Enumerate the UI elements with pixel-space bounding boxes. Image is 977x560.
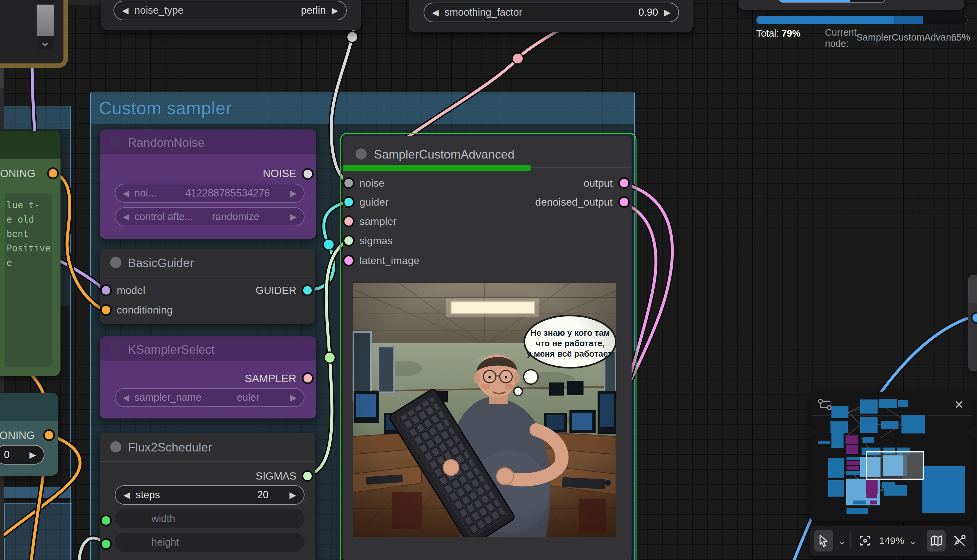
clip-text-node[interactable]: ONING lue t- e old bent Positive e bbox=[0, 131, 60, 376]
smoothing-factor-widget[interactable]: ◀ smoothing_factor 0.90 ▶ bbox=[424, 3, 679, 22]
minimap-node-rect bbox=[902, 415, 925, 433]
output-label: output bbox=[583, 177, 613, 189]
minimap-viewport[interactable] bbox=[866, 451, 924, 480]
select-tool-button[interactable] bbox=[814, 530, 833, 552]
prev-arrow-icon[interactable]: ◀ bbox=[123, 393, 129, 402]
minimap-node-rect bbox=[830, 421, 848, 433]
node-title: Flux2Scheduler bbox=[128, 441, 212, 454]
noise-type-widget[interactable]: ◀ noise_type perlin ▶ bbox=[114, 1, 347, 20]
chevron-down-icon[interactable]: ⌄ bbox=[37, 33, 53, 49]
height-input-port[interactable] bbox=[100, 538, 112, 550]
tool-dropdown-chevron-icon[interactable]: ⌄ bbox=[838, 535, 846, 547]
next-arrow-icon[interactable]: ▶ bbox=[289, 491, 296, 499]
scrollbar-thumb[interactable] bbox=[37, 5, 53, 36]
next-arrow-icon[interactable]: ▶ bbox=[290, 212, 297, 221]
minimap-node-rect bbox=[847, 461, 860, 465]
conditioning-output-port[interactable] bbox=[47, 167, 59, 179]
blue-slider-fill bbox=[779, 0, 850, 2]
conditioning-input-port[interactable] bbox=[100, 304, 112, 316]
basic-guider-node[interactable]: BasicGuider model conditioning GUIDER bbox=[100, 249, 315, 323]
random-noise-node[interactable]: RandomNoise NOISE ◀ noi... 4122887855342… bbox=[100, 130, 316, 238]
node-collapse-dot[interactable] bbox=[110, 137, 121, 148]
focus-icon bbox=[859, 535, 871, 547]
model-input-port[interactable] bbox=[100, 284, 112, 296]
minimap-node-rect bbox=[922, 466, 965, 513]
next-arrow-icon[interactable]: ▶ bbox=[332, 6, 338, 15]
minimap-panel[interactable]: ✕ bbox=[810, 392, 974, 522]
clipped-right-node[interactable] bbox=[968, 275, 977, 371]
node-title: BasicGuider bbox=[128, 256, 194, 270]
node-collapse-dot[interactable] bbox=[110, 257, 121, 268]
sampler-name-widget[interactable]: ◀ sampler_name euler ▶ bbox=[115, 388, 304, 407]
minimap-node-rect bbox=[860, 400, 878, 413]
conditioning-output-port[interactable] bbox=[43, 429, 55, 441]
ksampler-select-node[interactable]: KSamplerSelect SAMPLER ◀ sampler_name eu… bbox=[100, 337, 316, 418]
flux2-scheduler-node[interactable]: Flux2Scheduler SIGMAS ◀ steps 20 ▶ width… bbox=[100, 433, 315, 560]
minimap-node-rect bbox=[832, 433, 843, 448]
next-arrow-icon[interactable]: ▶ bbox=[290, 393, 297, 402]
steps-widget[interactable]: ◀ steps 20 ▶ bbox=[115, 485, 304, 505]
reroute-dot[interactable] bbox=[347, 32, 357, 42]
output-label: SIGMAS bbox=[256, 470, 296, 482]
control-after-widget[interactable]: ◀ control afte... randomize ▶ bbox=[115, 207, 304, 226]
minimap-node-rect bbox=[870, 500, 877, 505]
fit-view-button[interactable] bbox=[856, 530, 875, 552]
width-input-slot[interactable]: width bbox=[115, 509, 304, 528]
minimap-node-rect bbox=[860, 417, 878, 433]
height-input-slot[interactable]: height bbox=[115, 533, 304, 552]
sigmas-input-port[interactable] bbox=[343, 235, 354, 247]
prev-arrow-icon[interactable]: ◀ bbox=[123, 212, 129, 221]
progress-current-fill bbox=[757, 16, 893, 24]
clipped-topright-node[interactable] bbox=[738, 0, 964, 10]
node-collapse-dot[interactable] bbox=[356, 148, 367, 160]
blue-slider-widget[interactable] bbox=[778, 0, 886, 3]
sampler-custom-advanced-node[interactable]: SamplerCustomAdvanced noise guider sampl… bbox=[343, 136, 631, 560]
next-arrow-icon[interactable]: ▶ bbox=[30, 450, 36, 459]
guider-input-port[interactable] bbox=[343, 196, 354, 208]
prompt-textarea[interactable]: lue t- e old bent Positive e bbox=[5, 193, 52, 367]
minimap-node-rect bbox=[882, 482, 895, 488]
width-input-port[interactable] bbox=[100, 515, 112, 526]
denoised-output-port[interactable] bbox=[618, 196, 630, 208]
minimap-node-rect bbox=[846, 471, 860, 475]
minimap-toggle-button[interactable] bbox=[927, 530, 945, 552]
prev-arrow-icon[interactable]: ◀ bbox=[122, 6, 129, 15]
latent-image-input-port[interactable] bbox=[343, 255, 354, 267]
status-current-node: SamplerCustomAdvan... bbox=[856, 32, 948, 43]
reroute-dot[interactable] bbox=[325, 353, 335, 363]
blue-input-port[interactable] bbox=[971, 312, 977, 323]
sampler-input-port[interactable] bbox=[343, 215, 354, 227]
noise-input-port[interactable] bbox=[343, 177, 354, 189]
conditioning-lower-node[interactable]: ONING 0 ▶ bbox=[0, 393, 58, 476]
noise-type-node[interactable]: ◀ noise_type perlin ▶ bbox=[102, 0, 361, 30]
output-label: ONING bbox=[0, 167, 35, 180]
smoothing-factor-node[interactable]: ◀ smoothing_factor 0.90 ▶ bbox=[409, 0, 693, 32]
reroute-dot[interactable] bbox=[513, 53, 523, 63]
brown-combo-node[interactable]: ⌄ bbox=[0, 0, 68, 68]
zoom-level[interactable]: 149% bbox=[879, 535, 904, 546]
toggle-links-button[interactable] bbox=[950, 530, 969, 552]
sampler-output-port[interactable] bbox=[302, 372, 314, 384]
clip-text-node-header[interactable] bbox=[0, 131, 60, 158]
noise-output-port[interactable] bbox=[302, 168, 314, 180]
guider-output-port[interactable] bbox=[302, 284, 313, 296]
sigmas-output-port[interactable] bbox=[302, 470, 313, 482]
node-graph-canvas[interactable]: Custom sampler ⌄ ◀ noise_type perlin ▶ ◀… bbox=[0, 0, 977, 560]
prev-arrow-icon[interactable]: ◀ bbox=[432, 8, 439, 17]
value-widget[interactable]: 0 ▶ bbox=[0, 445, 45, 465]
minimap-node-rect bbox=[832, 406, 848, 418]
next-arrow-icon[interactable]: ▶ bbox=[664, 8, 671, 17]
prev-arrow-icon[interactable]: ◀ bbox=[123, 491, 130, 499]
minimap-node-rect bbox=[847, 457, 860, 460]
noise-seed-widget[interactable]: ◀ noi... 412288785534276 ▶ bbox=[115, 184, 304, 203]
map-icon bbox=[930, 535, 942, 547]
prev-arrow-icon[interactable]: ◀ bbox=[123, 189, 129, 197]
node-collapse-dot[interactable] bbox=[110, 343, 121, 355]
conditioning-lower-header[interactable] bbox=[0, 393, 58, 421]
reroute-dot[interactable] bbox=[324, 240, 334, 250]
cursor-icon bbox=[818, 535, 829, 547]
output-port[interactable] bbox=[618, 177, 630, 189]
next-arrow-icon[interactable]: ▶ bbox=[290, 189, 297, 197]
node-collapse-dot[interactable] bbox=[110, 441, 121, 452]
zoom-dropdown-chevron-icon[interactable]: ⌄ bbox=[909, 535, 917, 547]
